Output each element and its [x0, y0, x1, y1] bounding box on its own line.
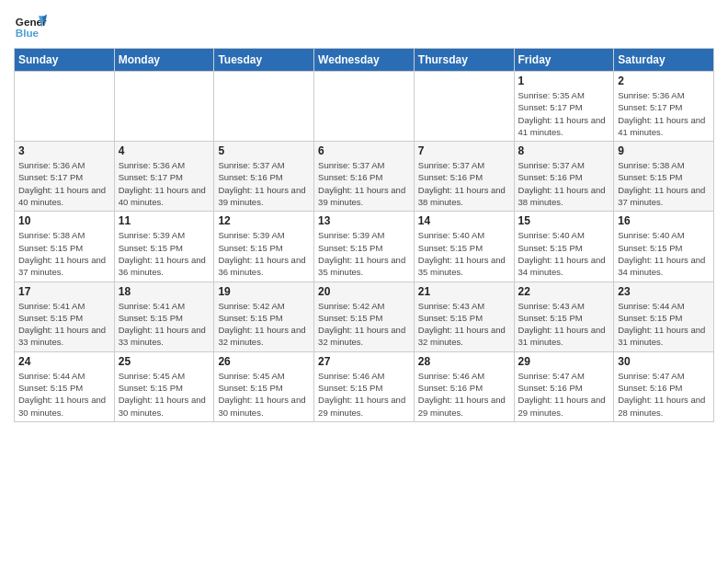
week-row-4: 24Sunrise: 5:44 AM Sunset: 5:15 PM Dayli…	[15, 351, 714, 421]
day-info: Sunrise: 5:35 AM Sunset: 5:17 PM Dayligh…	[518, 89, 610, 138]
day-info: Sunrise: 5:42 AM Sunset: 5:15 PM Dayligh…	[318, 300, 410, 349]
day-number: 5	[218, 144, 310, 157]
day-cell-24: 24Sunrise: 5:44 AM Sunset: 5:15 PM Dayli…	[15, 351, 115, 421]
day-cell-11: 11Sunrise: 5:39 AM Sunset: 5:15 PM Dayli…	[114, 212, 214, 282]
weekday-header-monday: Monday	[114, 49, 214, 72]
day-number: 1	[518, 75, 610, 87]
day-info: Sunrise: 5:47 AM Sunset: 5:16 PM Dayligh…	[618, 370, 710, 419]
weekday-header-row: SundayMondayTuesdayWednesdayThursdayFrid…	[15, 49, 714, 72]
day-info: Sunrise: 5:37 AM Sunset: 5:16 PM Dayligh…	[218, 159, 310, 208]
day-cell-2: 2Sunrise: 5:36 AM Sunset: 5:17 PM Daylig…	[614, 72, 714, 142]
day-info: Sunrise: 5:37 AM Sunset: 5:16 PM Dayligh…	[318, 159, 410, 208]
day-info: Sunrise: 5:46 AM Sunset: 5:16 PM Dayligh…	[418, 370, 510, 419]
logo: General Blue	[14, 9, 51, 42]
week-row-0: 1Sunrise: 5:35 AM Sunset: 5:17 PM Daylig…	[15, 72, 714, 142]
day-number: 23	[618, 285, 710, 298]
day-info: Sunrise: 5:40 AM Sunset: 5:15 PM Dayligh…	[618, 229, 710, 278]
day-cell-21: 21Sunrise: 5:43 AM Sunset: 5:15 PM Dayli…	[414, 282, 514, 351]
weekday-header-tuesday: Tuesday	[214, 49, 314, 72]
week-row-2: 10Sunrise: 5:38 AM Sunset: 5:15 PM Dayli…	[15, 212, 714, 282]
day-number: 13	[318, 214, 410, 227]
day-info: Sunrise: 5:46 AM Sunset: 5:15 PM Dayligh…	[318, 370, 410, 419]
day-number: 22	[518, 285, 610, 298]
day-cell-29: 29Sunrise: 5:47 AM Sunset: 5:16 PM Dayli…	[514, 351, 614, 421]
day-number: 24	[18, 355, 110, 368]
day-info: Sunrise: 5:40 AM Sunset: 5:15 PM Dayligh…	[418, 229, 510, 278]
day-number: 2	[618, 75, 710, 87]
weekday-header-thursday: Thursday	[414, 49, 514, 72]
day-number: 21	[418, 285, 510, 298]
day-number: 10	[18, 214, 110, 227]
day-cell-13: 13Sunrise: 5:39 AM Sunset: 5:15 PM Dayli…	[314, 212, 415, 282]
day-cell-17: 17Sunrise: 5:41 AM Sunset: 5:15 PM Dayli…	[15, 282, 115, 351]
day-cell-7: 7Sunrise: 5:37 AM Sunset: 5:16 PM Daylig…	[414, 142, 514, 212]
day-info: Sunrise: 5:39 AM Sunset: 5:15 PM Dayligh…	[318, 229, 410, 278]
day-number: 27	[318, 355, 410, 368]
day-number: 20	[318, 285, 410, 298]
day-cell-12: 12Sunrise: 5:39 AM Sunset: 5:15 PM Dayli…	[214, 212, 314, 282]
day-info: Sunrise: 5:47 AM Sunset: 5:16 PM Dayligh…	[518, 370, 610, 419]
empty-cell	[114, 72, 214, 142]
day-number: 16	[618, 214, 710, 227]
calendar: SundayMondayTuesdayWednesdayThursdayFrid…	[14, 48, 714, 422]
empty-cell	[414, 72, 514, 142]
day-cell-14: 14Sunrise: 5:40 AM Sunset: 5:15 PM Dayli…	[414, 212, 514, 282]
day-number: 25	[119, 355, 210, 368]
weekday-header-friday: Friday	[514, 49, 614, 72]
day-cell-23: 23Sunrise: 5:44 AM Sunset: 5:15 PM Dayli…	[614, 282, 714, 351]
day-number: 14	[418, 214, 510, 227]
svg-text:Blue: Blue	[16, 27, 40, 39]
day-cell-26: 26Sunrise: 5:45 AM Sunset: 5:15 PM Dayli…	[214, 351, 314, 421]
logo-icon: General Blue	[14, 9, 47, 42]
day-info: Sunrise: 5:43 AM Sunset: 5:15 PM Dayligh…	[518, 300, 610, 349]
day-info: Sunrise: 5:41 AM Sunset: 5:15 PM Dayligh…	[119, 300, 210, 349]
day-cell-28: 28Sunrise: 5:46 AM Sunset: 5:16 PM Dayli…	[414, 351, 514, 421]
empty-cell	[15, 72, 115, 142]
day-cell-30: 30Sunrise: 5:47 AM Sunset: 5:16 PM Dayli…	[614, 351, 714, 421]
day-cell-27: 27Sunrise: 5:46 AM Sunset: 5:15 PM Dayli…	[314, 351, 415, 421]
day-number: 6	[318, 144, 410, 157]
weekday-header-saturday: Saturday	[614, 49, 714, 72]
day-info: Sunrise: 5:39 AM Sunset: 5:15 PM Dayligh…	[119, 229, 210, 278]
day-number: 12	[218, 214, 310, 227]
day-number: 8	[518, 144, 610, 157]
empty-cell	[214, 72, 314, 142]
week-row-3: 17Sunrise: 5:41 AM Sunset: 5:15 PM Dayli…	[15, 282, 714, 351]
day-info: Sunrise: 5:36 AM Sunset: 5:17 PM Dayligh…	[18, 159, 110, 208]
day-number: 19	[218, 285, 310, 298]
day-info: Sunrise: 5:44 AM Sunset: 5:15 PM Dayligh…	[618, 300, 710, 349]
day-number: 29	[518, 355, 610, 368]
empty-cell	[314, 72, 415, 142]
day-info: Sunrise: 5:44 AM Sunset: 5:15 PM Dayligh…	[18, 370, 110, 419]
day-info: Sunrise: 5:37 AM Sunset: 5:16 PM Dayligh…	[418, 159, 510, 208]
day-info: Sunrise: 5:39 AM Sunset: 5:15 PM Dayligh…	[218, 229, 310, 278]
weekday-header-wednesday: Wednesday	[314, 49, 415, 72]
day-info: Sunrise: 5:42 AM Sunset: 5:15 PM Dayligh…	[218, 300, 310, 349]
day-info: Sunrise: 5:45 AM Sunset: 5:15 PM Dayligh…	[218, 370, 310, 419]
day-cell-10: 10Sunrise: 5:38 AM Sunset: 5:15 PM Dayli…	[15, 212, 115, 282]
day-number: 9	[618, 144, 710, 157]
day-cell-20: 20Sunrise: 5:42 AM Sunset: 5:15 PM Dayli…	[314, 282, 415, 351]
day-info: Sunrise: 5:41 AM Sunset: 5:15 PM Dayligh…	[18, 300, 110, 349]
day-number: 4	[119, 144, 210, 157]
day-info: Sunrise: 5:38 AM Sunset: 5:15 PM Dayligh…	[18, 229, 110, 278]
header: General Blue	[14, 9, 714, 42]
weekday-header-sunday: Sunday	[15, 49, 115, 72]
day-number: 15	[518, 214, 610, 227]
day-cell-22: 22Sunrise: 5:43 AM Sunset: 5:15 PM Dayli…	[514, 282, 614, 351]
day-number: 26	[218, 355, 310, 368]
day-cell-19: 19Sunrise: 5:42 AM Sunset: 5:15 PM Dayli…	[214, 282, 314, 351]
day-cell-15: 15Sunrise: 5:40 AM Sunset: 5:15 PM Dayli…	[514, 212, 614, 282]
day-number: 17	[18, 285, 110, 298]
day-number: 18	[119, 285, 210, 298]
page: General Blue SundayMondayTuesdayWednesda…	[0, 0, 728, 563]
day-number: 30	[618, 355, 710, 368]
day-info: Sunrise: 5:38 AM Sunset: 5:15 PM Dayligh…	[618, 159, 710, 208]
day-cell-3: 3Sunrise: 5:36 AM Sunset: 5:17 PM Daylig…	[15, 142, 115, 212]
day-info: Sunrise: 5:40 AM Sunset: 5:15 PM Dayligh…	[518, 229, 610, 278]
day-number: 28	[418, 355, 510, 368]
day-info: Sunrise: 5:36 AM Sunset: 5:17 PM Dayligh…	[618, 89, 710, 138]
day-info: Sunrise: 5:45 AM Sunset: 5:15 PM Dayligh…	[119, 370, 210, 419]
day-cell-6: 6Sunrise: 5:37 AM Sunset: 5:16 PM Daylig…	[314, 142, 415, 212]
week-row-1: 3Sunrise: 5:36 AM Sunset: 5:17 PM Daylig…	[15, 142, 714, 212]
